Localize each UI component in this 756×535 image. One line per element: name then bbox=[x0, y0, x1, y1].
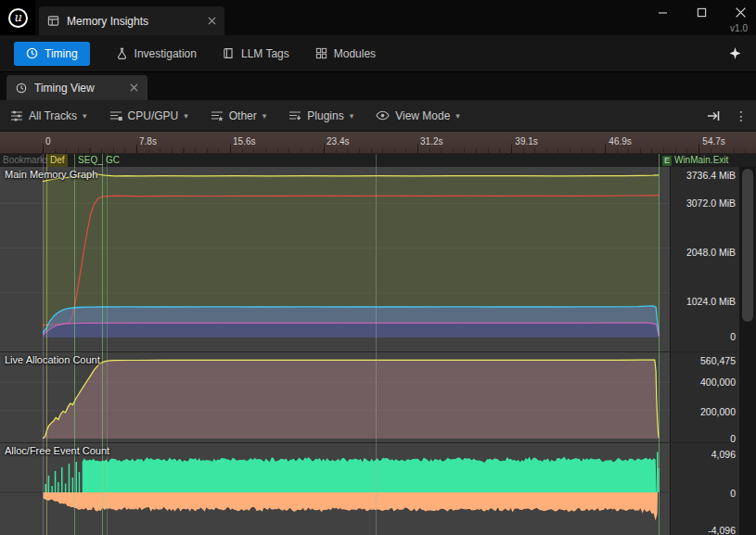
chevron-down-icon: ▾ bbox=[184, 111, 188, 121]
ruler-label: 39.1s bbox=[515, 136, 537, 146]
axis-label: 560,475 bbox=[700, 355, 736, 366]
version-label: v1.0 bbox=[730, 23, 748, 33]
track-title-live-allocation: Live Allocation Count bbox=[5, 354, 100, 365]
tab-close-icon[interactable] bbox=[130, 83, 138, 92]
axis-label: 3736.4 MiB bbox=[686, 170, 736, 181]
tab-title: Memory Insights bbox=[67, 15, 148, 28]
main-toolbar: Timing Investigation LLM Tags Modules bbox=[0, 35, 756, 72]
table-grid-icon bbox=[47, 15, 59, 27]
vertical-scrollbar[interactable] bbox=[739, 167, 756, 535]
more-options-icon[interactable]: ⋮ bbox=[735, 109, 748, 122]
axis-label: 2048.0 MiB bbox=[686, 247, 736, 258]
modules-button[interactable]: Modules bbox=[315, 47, 376, 60]
live-allocation-chart bbox=[0, 352, 670, 443]
chevron-down-icon: ▾ bbox=[350, 111, 354, 121]
cpu-gpu-filter-icon bbox=[109, 110, 122, 121]
markers-row[interactable]: Bookmarks DefSEQ_GCEWinMain.Exit bbox=[0, 154, 756, 167]
plugins-dropdown[interactable]: Plugins ▾ bbox=[288, 109, 353, 122]
axis-label: 3072.0 MiB bbox=[686, 197, 736, 209]
tab-timing-view[interactable]: Timing View bbox=[6, 75, 147, 100]
unreal-insights-app: { "titlebar": {"tab_title": "Memory Insi… bbox=[0, 0, 756, 535]
tracks-filter-icon bbox=[10, 110, 23, 121]
scrollbar-thumb[interactable] bbox=[742, 169, 753, 322]
axis-label: 200,000 bbox=[700, 406, 736, 417]
ruler-label: 31.2s bbox=[420, 136, 442, 146]
filter-bar: All Tracks ▾ CPU/GPU ▾ Other ▾ Plugins ▾… bbox=[0, 100, 756, 132]
axis-label: -4,096 bbox=[708, 525, 736, 535]
track-live-allocation-count[interactable]: Live Allocation Count 560,475400,000200,… bbox=[0, 352, 756, 443]
eye-icon bbox=[376, 110, 390, 121]
track-alloc-free-event-count[interactable]: Alloc/Free Event Count 4,0960-4,096 bbox=[0, 443, 756, 535]
clock-icon bbox=[26, 47, 38, 59]
plugins-label: Plugins bbox=[307, 109, 343, 122]
timing-button-label: Timing bbox=[45, 47, 78, 60]
unreal-engine-logo-icon: u bbox=[8, 8, 28, 28]
title-bar: u Memory Insights v1.0 bbox=[0, 0, 756, 35]
timing-button[interactable]: Timing bbox=[14, 42, 90, 66]
chevron-down-icon: ▾ bbox=[83, 111, 87, 121]
investigation-button[interactable]: Investigation bbox=[116, 47, 197, 60]
tab-close-icon[interactable] bbox=[208, 17, 216, 25]
marker-label-Def: Def bbox=[47, 154, 68, 167]
track-main-memory-graph[interactable]: Main Memory Graph 3736.4 MiB3072.0 MiB20… bbox=[0, 167, 756, 352]
other-label: Other bbox=[229, 109, 257, 122]
chevron-down-icon: ▾ bbox=[263, 111, 267, 121]
other-dropdown[interactable]: Other ▾ bbox=[211, 109, 267, 122]
tab-memory-insights[interactable]: Memory Insights bbox=[39, 6, 224, 35]
axis-label: 4,096 bbox=[711, 449, 736, 460]
axis-label: 0 bbox=[730, 331, 736, 342]
modules-button-label: Modules bbox=[334, 47, 376, 60]
view-tab-bar: Timing View bbox=[0, 72, 756, 100]
minimize-button[interactable] bbox=[654, 3, 671, 21]
unreal-engine-logo[interactable]: u bbox=[0, 0, 35, 35]
axis-label: 400,000 bbox=[700, 376, 736, 388]
all-tracks-dropdown[interactable]: All Tracks ▾ bbox=[10, 109, 87, 122]
alloc-free-chart bbox=[0, 443, 670, 535]
modules-icon bbox=[315, 47, 327, 59]
ruler-label: 0 bbox=[45, 136, 51, 146]
timeline-panel: 07.8s15.6s23.4s31.2s39.1s46.9s54.7s Book… bbox=[0, 132, 756, 535]
close-button[interactable] bbox=[732, 3, 749, 21]
llm-tags-button[interactable]: LLM Tags bbox=[223, 47, 289, 60]
cpu-gpu-dropdown[interactable]: CPU/GPU ▾ bbox=[109, 109, 188, 122]
time-ruler[interactable]: 07.8s15.6s23.4s31.2s39.1s46.9s54.7s bbox=[0, 132, 756, 154]
ruler-label: 46.9s bbox=[609, 136, 631, 146]
all-tracks-label: All Tracks bbox=[29, 109, 77, 122]
marker-label-WinMain.Exit: EWinMain.Exit bbox=[660, 154, 731, 167]
track-title-main-memory: Main Memory Graph bbox=[5, 169, 97, 180]
filter-bar-right: ⋮ bbox=[707, 100, 748, 132]
other-filter-icon bbox=[211, 110, 224, 121]
ruler-label: 23.4s bbox=[327, 136, 349, 146]
window-controls bbox=[654, 3, 749, 21]
chevron-down-icon: ▾ bbox=[455, 111, 460, 121]
clock-icon bbox=[16, 83, 27, 94]
axis-label: 0 bbox=[730, 488, 736, 499]
ruler-label: 7.8s bbox=[139, 136, 157, 146]
view-mode-label: View Mode bbox=[395, 109, 450, 122]
track-title-alloc-free: Alloc/Free Event Count bbox=[5, 445, 109, 456]
jump-to-end-icon[interactable] bbox=[707, 110, 720, 121]
tracks-area: Main Memory Graph 3736.4 MiB3072.0 MiB20… bbox=[0, 167, 756, 535]
maximize-button[interactable] bbox=[693, 3, 710, 21]
llm-tags-button-label: LLM Tags bbox=[241, 47, 289, 60]
tab-timing-view-label: Timing View bbox=[34, 82, 95, 95]
marker-label-SEQ_: SEQ_ bbox=[75, 154, 106, 167]
ruler-label: 54.7s bbox=[702, 136, 724, 146]
investigation-button-label: Investigation bbox=[135, 47, 197, 60]
main-memory-chart bbox=[0, 167, 670, 352]
spark-icon[interactable] bbox=[728, 46, 742, 60]
ruler-label: 15.6s bbox=[233, 136, 255, 146]
plugins-filter-icon bbox=[288, 110, 301, 121]
bookmarks-label: Bookmarks bbox=[3, 154, 49, 167]
marker-label-GC: GC bbox=[103, 154, 122, 167]
cpu-gpu-label: CPU/GPU bbox=[128, 109, 179, 122]
flask-icon bbox=[116, 47, 128, 59]
book-icon bbox=[223, 47, 235, 59]
view-mode-dropdown[interactable]: View Mode ▾ bbox=[376, 109, 460, 122]
axis-label: 1024.0 MiB bbox=[686, 296, 736, 307]
